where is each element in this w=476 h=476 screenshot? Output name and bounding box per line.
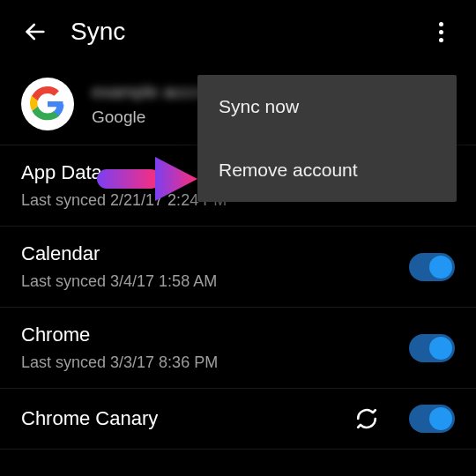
- app-bar: Sync: [0, 0, 476, 63]
- page-title: Sync: [71, 18, 420, 46]
- item-subtitle: Last synced 3/4/17 1:58 AM: [21, 272, 395, 291]
- toggle-switch[interactable]: [409, 334, 455, 362]
- sync-rotate-icon: [354, 406, 379, 431]
- item-title: Chrome: [21, 324, 395, 346]
- item-subtitle: Last synced 3/3/17 8:36 PM: [21, 353, 395, 372]
- item-title: Chrome Canary: [21, 407, 354, 430]
- menu-item-remove-account[interactable]: Remove account: [197, 138, 457, 202]
- item-title: Calendar: [21, 242, 395, 265]
- toggle-switch[interactable]: [409, 405, 455, 433]
- list-item[interactable]: Calendar Last synced 3/4/17 1:58 AM: [0, 226, 476, 307]
- menu-item-sync-now[interactable]: Sync now: [197, 75, 457, 138]
- list-item[interactable]: Chrome Last synced 3/3/17 8:36 PM: [0, 307, 476, 388]
- back-arrow-icon[interactable]: [14, 11, 56, 53]
- google-g-icon: [21, 78, 74, 130]
- overflow-menu-icon[interactable]: [420, 11, 462, 53]
- overflow-popup-menu: Sync now Remove account: [197, 75, 457, 202]
- list-item[interactable]: Chrome Canary: [0, 388, 476, 450]
- toggle-switch[interactable]: [409, 253, 455, 281]
